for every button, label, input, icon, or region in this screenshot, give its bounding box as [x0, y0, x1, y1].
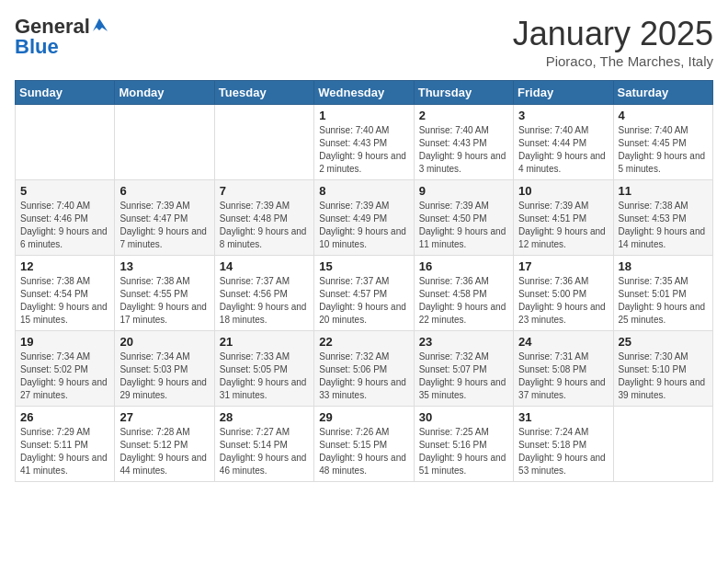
calendar-cell: 18Sunrise: 7:35 AMSunset: 5:01 PMDayligh… [613, 256, 712, 331]
day-info: Sunrise: 7:39 AMSunset: 4:50 PMDaylight:… [419, 200, 508, 251]
col-friday: Friday [514, 81, 613, 105]
calendar-week-row: 26Sunrise: 7:29 AMSunset: 5:11 PMDayligh… [16, 407, 713, 482]
day-number: 29 [319, 410, 408, 424]
day-info: Sunrise: 7:40 AMSunset: 4:46 PMDaylight:… [20, 200, 109, 251]
logo-blue-text: Blue [15, 35, 59, 59]
calendar-week-row: 5Sunrise: 7:40 AMSunset: 4:46 PMDaylight… [16, 180, 713, 256]
calendar-cell [16, 105, 115, 180]
day-info: Sunrise: 7:26 AMSunset: 5:15 PMDaylight:… [319, 426, 408, 477]
day-info: Sunrise: 7:37 AMSunset: 4:56 PMDaylight:… [220, 275, 309, 327]
day-number: 25 [619, 335, 708, 349]
day-info: Sunrise: 7:39 AMSunset: 4:49 PMDaylight:… [319, 200, 408, 251]
day-info: Sunrise: 7:25 AMSunset: 5:16 PMDaylight:… [419, 426, 508, 477]
day-info: Sunrise: 7:38 AMSunset: 4:53 PMDaylight:… [619, 200, 708, 251]
day-number: 26 [20, 410, 109, 424]
calendar-cell: 13Sunrise: 7:38 AMSunset: 4:55 PMDayligh… [115, 256, 214, 331]
calendar-cell: 10Sunrise: 7:39 AMSunset: 4:51 PMDayligh… [514, 180, 613, 256]
calendar-week-row: 12Sunrise: 7:38 AMSunset: 4:54 PMDayligh… [16, 256, 713, 331]
day-number: 17 [518, 259, 608, 273]
calendar-cell: 24Sunrise: 7:31 AMSunset: 5:08 PMDayligh… [514, 331, 613, 407]
calendar-cell: 30Sunrise: 7:25 AMSunset: 5:16 PMDayligh… [414, 407, 513, 482]
calendar-cell: 27Sunrise: 7:28 AMSunset: 5:12 PMDayligh… [115, 407, 214, 482]
day-info: Sunrise: 7:35 AMSunset: 5:01 PMDaylight:… [619, 275, 708, 327]
day-info: Sunrise: 7:37 AMSunset: 4:57 PMDaylight:… [319, 275, 408, 327]
col-saturday: Saturday [613, 81, 712, 105]
day-info: Sunrise: 7:40 AMSunset: 4:44 PMDaylight:… [518, 124, 608, 176]
day-info: Sunrise: 7:39 AMSunset: 4:48 PMDaylight:… [220, 200, 309, 251]
day-number: 7 [220, 184, 309, 198]
calendar-cell: 14Sunrise: 7:37 AMSunset: 4:56 PMDayligh… [214, 256, 313, 331]
calendar-cell: 8Sunrise: 7:39 AMSunset: 4:49 PMDaylight… [314, 180, 414, 256]
page-container: General Blue January 2025 Pioraco, The M… [0, 0, 728, 491]
calendar-cell [613, 407, 712, 482]
day-number: 13 [119, 259, 209, 273]
calendar-week-row: 1Sunrise: 7:40 AMSunset: 4:43 PMDaylight… [16, 105, 713, 180]
calendar-cell: 7Sunrise: 7:39 AMSunset: 4:48 PMDaylight… [214, 180, 313, 256]
calendar-cell: 29Sunrise: 7:26 AMSunset: 5:15 PMDayligh… [314, 407, 414, 482]
col-wednesday: Wednesday [314, 81, 414, 105]
day-number: 3 [518, 109, 608, 122]
day-info: Sunrise: 7:40 AMSunset: 4:43 PMDaylight:… [419, 124, 508, 176]
day-number: 10 [518, 184, 608, 198]
day-info: Sunrise: 7:38 AMSunset: 4:54 PMDaylight:… [20, 275, 109, 327]
calendar-cell: 15Sunrise: 7:37 AMSunset: 4:57 PMDayligh… [314, 256, 414, 331]
day-info: Sunrise: 7:39 AMSunset: 4:51 PMDaylight:… [518, 200, 608, 251]
day-number: 22 [319, 335, 408, 349]
day-info: Sunrise: 7:24 AMSunset: 5:18 PMDaylight:… [518, 426, 608, 477]
calendar-cell: 1Sunrise: 7:40 AMSunset: 4:43 PMDaylight… [314, 105, 414, 180]
calendar-cell: 5Sunrise: 7:40 AMSunset: 4:46 PMDaylight… [16, 180, 115, 256]
day-info: Sunrise: 7:36 AMSunset: 4:58 PMDaylight:… [419, 275, 508, 327]
logo-bird-icon [91, 18, 108, 31]
day-info: Sunrise: 7:30 AMSunset: 5:10 PMDaylight:… [619, 350, 708, 402]
calendar-cell: 6Sunrise: 7:39 AMSunset: 4:47 PMDaylight… [115, 180, 214, 256]
logo: General Blue [15, 15, 108, 59]
calendar-cell: 3Sunrise: 7:40 AMSunset: 4:44 PMDaylight… [514, 105, 613, 180]
day-info: Sunrise: 7:38 AMSunset: 4:55 PMDaylight:… [119, 275, 209, 327]
calendar-cell: 25Sunrise: 7:30 AMSunset: 5:10 PMDayligh… [613, 331, 712, 407]
calendar-table: Sunday Monday Tuesday Wednesday Thursday… [15, 80, 713, 482]
day-number: 2 [419, 109, 508, 122]
day-number: 8 [319, 184, 408, 198]
calendar-cell: 23Sunrise: 7:32 AMSunset: 5:07 PMDayligh… [414, 331, 513, 407]
day-number: 4 [619, 109, 708, 122]
calendar-cell: 21Sunrise: 7:33 AMSunset: 5:05 PMDayligh… [214, 331, 313, 407]
day-number: 24 [518, 335, 608, 349]
day-number: 16 [419, 259, 508, 273]
day-info: Sunrise: 7:36 AMSunset: 5:00 PMDaylight:… [518, 275, 608, 327]
day-number: 12 [20, 259, 109, 273]
col-thursday: Thursday [414, 81, 513, 105]
calendar-cell: 12Sunrise: 7:38 AMSunset: 4:54 PMDayligh… [16, 256, 115, 331]
day-number: 31 [518, 410, 608, 424]
calendar-cell: 17Sunrise: 7:36 AMSunset: 5:00 PMDayligh… [514, 256, 613, 331]
day-number: 21 [220, 335, 309, 349]
day-info: Sunrise: 7:40 AMSunset: 4:45 PMDaylight:… [619, 124, 708, 176]
day-number: 27 [119, 410, 209, 424]
header: General Blue January 2025 Pioraco, The M… [15, 15, 713, 69]
day-number: 5 [20, 184, 109, 198]
calendar-cell: 9Sunrise: 7:39 AMSunset: 4:50 PMDaylight… [414, 180, 513, 256]
calendar-cell: 22Sunrise: 7:32 AMSunset: 5:06 PMDayligh… [314, 331, 414, 407]
calendar-cell: 2Sunrise: 7:40 AMSunset: 4:43 PMDaylight… [414, 105, 513, 180]
calendar-cell: 20Sunrise: 7:34 AMSunset: 5:03 PMDayligh… [115, 331, 214, 407]
col-sunday: Sunday [16, 81, 115, 105]
day-info: Sunrise: 7:34 AMSunset: 5:02 PMDaylight:… [20, 350, 109, 402]
calendar-header-row: Sunday Monday Tuesday Wednesday Thursday… [16, 81, 713, 105]
day-info: Sunrise: 7:28 AMSunset: 5:12 PMDaylight:… [119, 426, 209, 477]
day-number: 30 [419, 410, 508, 424]
day-number: 6 [119, 184, 209, 198]
day-info: Sunrise: 7:31 AMSunset: 5:08 PMDaylight:… [518, 350, 608, 402]
day-number: 11 [619, 184, 708, 198]
calendar-cell: 31Sunrise: 7:24 AMSunset: 5:18 PMDayligh… [514, 407, 613, 482]
day-number: 14 [220, 259, 309, 273]
day-number: 18 [619, 259, 708, 273]
calendar-cell: 19Sunrise: 7:34 AMSunset: 5:02 PMDayligh… [16, 331, 115, 407]
calendar-cell: 28Sunrise: 7:27 AMSunset: 5:14 PMDayligh… [214, 407, 313, 482]
day-number: 9 [419, 184, 508, 198]
day-info: Sunrise: 7:32 AMSunset: 5:06 PMDaylight:… [319, 350, 408, 402]
day-info: Sunrise: 7:39 AMSunset: 4:47 PMDaylight:… [119, 200, 209, 251]
calendar-cell: 26Sunrise: 7:29 AMSunset: 5:11 PMDayligh… [16, 407, 115, 482]
day-info: Sunrise: 7:33 AMSunset: 5:05 PMDaylight:… [220, 350, 309, 402]
day-info: Sunrise: 7:40 AMSunset: 4:43 PMDaylight:… [319, 124, 408, 176]
day-number: 23 [419, 335, 508, 349]
day-number: 15 [319, 259, 408, 273]
